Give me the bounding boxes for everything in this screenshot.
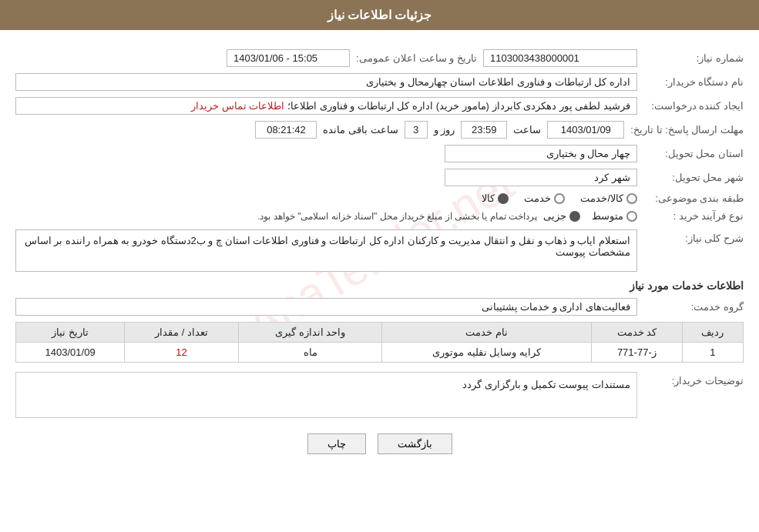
page-title: جزئیات اطلاعات نیاز	[327, 8, 432, 22]
col-name: نام خدمت	[382, 323, 592, 343]
buyer-notes-value: مستندات پیوست تکمیل و بارگزاری گردد	[15, 372, 637, 418]
general-desc-label: شرح کلی نیاز:	[643, 229, 744, 244]
print-button[interactable]: چاپ	[307, 433, 366, 454]
city-label: شهر محل تحویل:	[643, 172, 744, 183]
category-radio-kala-khedmat	[626, 193, 637, 204]
col-date: تاریخ نیاز	[16, 323, 125, 343]
response-remaining-label: ساعت باقی مانده	[323, 124, 398, 136]
col-unit: واحد اندازه گیری	[238, 323, 381, 343]
response-date-value: 1403/01/09	[547, 121, 624, 139]
purchase-type-partial[interactable]: جزیی	[543, 210, 580, 222]
response-remaining-value: 08:21:42	[255, 121, 317, 139]
creator-label: ایجاد کننده درخواست:	[643, 100, 744, 112]
announcement-date-value: 1403/01/06 - 15:05	[227, 49, 350, 67]
announcement-date-label: تاریخ و ساعت اعلان عمومی:	[356, 52, 477, 64]
table-row: 1 ز-77-771 کرایه وسایل نقلیه موتوری ماه …	[16, 343, 744, 363]
buyer-notes-label: توضیحات خریدار:	[643, 372, 744, 386]
response-time-value: 23:59	[461, 121, 507, 139]
category-radio-khedmat	[554, 193, 565, 204]
buyer-org-label: نام دستگاه خریدار:	[643, 76, 744, 88]
cell-name: کرایه وسایل نقلیه موتوری	[382, 343, 592, 363]
service-group-label: گروه خدمت:	[643, 301, 744, 313]
need-number-label: شماره نیاز:	[643, 52, 744, 64]
response-time-label: ساعت	[513, 124, 541, 136]
purchase-type-radio-medium	[626, 211, 637, 222]
back-button[interactable]: بازگشت	[378, 433, 452, 454]
response-deadline-label: مهلت ارسال پاسخ: تا تاریخ:	[630, 124, 744, 136]
creator-value: فرشید لطفی پور دهکردی کابرداز (مامور خری…	[15, 97, 637, 115]
category-radio-kala	[498, 193, 509, 204]
creator-link[interactable]: اطلاعات تماس خریدار	[191, 100, 284, 112]
bottom-buttons: بازگشت چاپ	[15, 433, 744, 454]
col-row: ردیف	[682, 323, 743, 343]
service-group-value: فعالیت‌های اداری و خدمات پشتیبانی	[15, 298, 637, 316]
general-desc-value: استعلام ایاب و ذهاب و نقل و انتقال مدیری…	[15, 229, 637, 272]
cell-row: 1	[682, 343, 743, 363]
province-label: استان محل تحویل:	[643, 148, 744, 159]
category-radio-group: کالا/خدمت خدمت کالا	[15, 192, 637, 204]
cell-unit: ماه	[238, 343, 381, 363]
col-code: کد خدمت	[591, 323, 682, 343]
need-number-value: 1103003438000001	[483, 49, 637, 67]
purchase-type-medium[interactable]: متوسط	[592, 210, 637, 222]
province-value: چهار محال و بختیاری	[445, 145, 637, 162]
cell-date: 1403/01/09	[16, 343, 125, 363]
services-section-title: اطلاعات خدمات مورد نیاز	[15, 279, 744, 292]
response-days-label: روز و	[434, 124, 455, 136]
category-option-kala-khedmat[interactable]: کالا/خدمت	[580, 192, 637, 204]
category-label: طبقه بندی موضوعی:	[643, 192, 744, 204]
purchase-type-radio-partial	[569, 211, 580, 222]
response-days-value: 3	[405, 121, 428, 139]
city-value: شهر کرد	[445, 169, 637, 186]
purchase-type-note: پرداخت تمام یا بخشی از مبلغ خریداز محل "…	[257, 211, 537, 222]
services-table: ردیف کد خدمت نام خدمت واحد اندازه گیری ت…	[15, 322, 744, 363]
cell-quantity: 12	[125, 343, 239, 363]
category-option-khedmat[interactable]: خدمت	[524, 192, 565, 204]
category-option-kala[interactable]: کالا	[482, 192, 509, 204]
purchase-type-radio-group: متوسط جزیی	[543, 210, 637, 222]
col-quantity: تعداد / مقدار	[125, 323, 239, 343]
buyer-org-value: اداره کل ارتباطات و فناوری اطلاعات استان…	[15, 73, 637, 91]
purchase-type-label: نوع فرآیند خرید :	[643, 210, 744, 222]
cell-code: ز-77-771	[591, 343, 682, 363]
page-header: جزئیات اطلاعات نیاز	[0, 0, 759, 30]
